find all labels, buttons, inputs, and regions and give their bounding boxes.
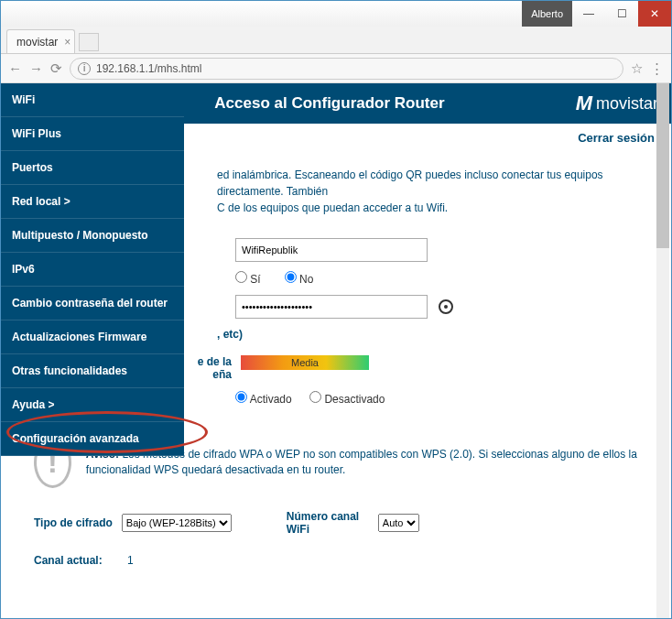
ssid-input[interactable] bbox=[235, 238, 428, 262]
maximize-button[interactable]: ☐ bbox=[605, 1, 638, 27]
window-user: Alberto bbox=[522, 1, 572, 27]
window-titlebar: Alberto — ☐ ✕ bbox=[1, 1, 671, 27]
radio-activado[interactable]: Activado bbox=[235, 393, 292, 406]
cipher-select[interactable]: Bajo (WEP-128Bits) bbox=[122, 514, 232, 532]
reload-icon[interactable]: ⟳ bbox=[50, 60, 62, 77]
channel-select[interactable]: Auto bbox=[378, 514, 419, 532]
password-strength-bar: Media bbox=[241, 355, 369, 370]
side-menu: WiFi WiFi Plus Puertos Red local > Multi… bbox=[1, 83, 184, 456]
address-bar: ← → ⟳ i 192.168.1.1/mhs.html ☆ ⋮ bbox=[1, 54, 671, 83]
minimize-button[interactable]: — bbox=[572, 1, 605, 27]
wifi-desc-1: ed inalámbrica. Escaneando el código QR … bbox=[217, 168, 603, 198]
url-text: 192.168.1.1/mhs.html bbox=[96, 62, 201, 75]
new-tab-button[interactable] bbox=[79, 33, 99, 51]
brand-text: movistar bbox=[596, 94, 658, 114]
url-field[interactable]: i 192.168.1.1/mhs.html bbox=[70, 58, 623, 80]
channel-label: Número canal WiFi bbox=[287, 510, 369, 536]
logo-m-icon: M bbox=[576, 92, 592, 115]
brand-logo: M movistar bbox=[576, 92, 658, 115]
sidebar-item-wifi[interactable]: WiFi bbox=[1, 83, 184, 117]
browser-tab[interactable]: movistar × bbox=[6, 29, 75, 53]
forward-icon[interactable]: → bbox=[29, 60, 43, 76]
sidebar-item-puertos[interactable]: Puertos bbox=[1, 151, 184, 185]
browser-menu-icon[interactable]: ⋮ bbox=[650, 60, 664, 77]
sidebar-item-otras[interactable]: Otras funcionalidades bbox=[1, 354, 184, 388]
radio-desactivado[interactable]: Desactivado bbox=[309, 393, 385, 406]
strength-label: e de laeña bbox=[195, 355, 232, 382]
current-channel-label: Canal actual: bbox=[34, 554, 103, 567]
close-button[interactable]: ✕ bbox=[638, 1, 671, 27]
wifi-desc-2: C de los equipos que puedan acceder a tu… bbox=[217, 201, 448, 214]
page-scrollbar[interactable] bbox=[656, 83, 669, 618]
etc-label: , etc) bbox=[217, 328, 653, 341]
radio-si[interactable]: Sí bbox=[235, 271, 261, 286]
sidebar-item-wifiplus[interactable]: WiFi Plus bbox=[1, 117, 184, 151]
page-body: MENÚ Acceso al Configurador Router M mov… bbox=[1, 83, 671, 618]
scroll-thumb[interactable] bbox=[656, 83, 669, 248]
password-input[interactable] bbox=[235, 295, 428, 319]
site-info-icon[interactable]: i bbox=[78, 62, 91, 75]
sidebar-item-ayuda[interactable]: Ayuda > bbox=[1, 388, 184, 422]
sidebar-item-redlocal[interactable]: Red local > bbox=[1, 185, 184, 219]
browser-tabbar: movistar × bbox=[1, 27, 671, 54]
show-password-icon[interactable] bbox=[439, 299, 453, 314]
back-icon[interactable]: ← bbox=[8, 60, 22, 76]
sidebar-item-config-avanzada[interactable]: Configuración avanzada bbox=[1, 422, 184, 456]
strength-value: Media bbox=[291, 357, 319, 368]
bookmark-icon[interactable]: ☆ bbox=[631, 60, 643, 77]
cipher-label: Tipo de cifrado bbox=[34, 516, 113, 529]
tab-close-icon[interactable]: × bbox=[64, 36, 70, 49]
current-channel-value: 1 bbox=[127, 554, 134, 567]
sidebar-item-firmware[interactable]: Actualizaciones Firmware bbox=[1, 320, 184, 354]
sidebar-item-ipv6[interactable]: IPv6 bbox=[1, 253, 184, 287]
sidebar-item-cambio[interactable]: Cambio contraseña del router bbox=[1, 287, 184, 320]
tab-title: movistar bbox=[16, 36, 58, 49]
sidebar-item-multipuesto[interactable]: Multipuesto / Monopuesto bbox=[1, 219, 184, 253]
radio-no[interactable]: No bbox=[285, 271, 314, 286]
logout-link[interactable]: Cerrar sesión bbox=[578, 131, 655, 145]
